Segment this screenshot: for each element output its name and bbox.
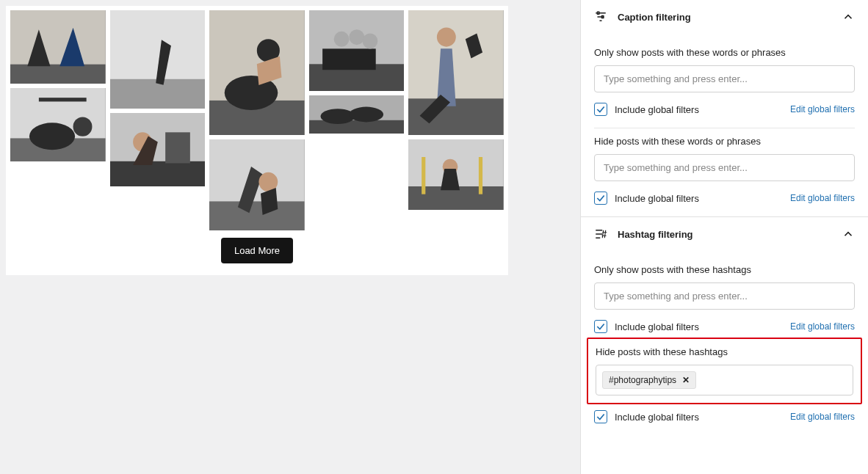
filter-icon — [594, 10, 607, 23]
svg-point-6 — [73, 117, 93, 136]
checkbox-label: Include global filters — [615, 412, 790, 423]
svg-point-32 — [437, 28, 456, 47]
feed-thumb[interactable] — [209, 10, 305, 135]
load-more-button[interactable]: Load More — [221, 238, 293, 263]
hashtag-show-input[interactable] — [594, 282, 855, 310]
svg-rect-12 — [165, 132, 190, 163]
include-global-checkbox[interactable] — [594, 410, 607, 423]
include-global-checkbox[interactable] — [594, 192, 607, 205]
svg-rect-4 — [39, 98, 87, 101]
section-title: Hashtag filtering — [618, 229, 842, 240]
caption-show-input[interactable] — [594, 65, 855, 92]
hashtag-hide-input[interactable]: #photographytips ✕ — [596, 365, 853, 395]
svg-rect-10 — [110, 161, 206, 186]
caption-filtering-body: Only show posts with these words or phra… — [581, 34, 868, 216]
section-title: Caption filtering — [618, 12, 842, 23]
highlight-box: Hide posts with these hashtags #photogra… — [587, 338, 862, 404]
feed-thumb[interactable] — [309, 10, 405, 91]
svg-point-23 — [333, 32, 349, 47]
hashtag-filtering-header[interactable]: Hashtag filtering — [581, 216, 868, 251]
feed-thumb[interactable] — [408, 10, 504, 135]
svg-rect-38 — [598, 12, 599, 14]
svg-point-25 — [362, 33, 377, 48]
svg-point-24 — [349, 29, 364, 45]
feed-thumb[interactable] — [408, 139, 504, 210]
hashtag-filtering-body: Only show posts with these hashtags Incl… — [581, 251, 868, 435]
chip-label: #photographytips — [609, 375, 676, 385]
svg-rect-35 — [422, 157, 426, 194]
field-label: Only show posts with these words or phra… — [594, 47, 855, 58]
feed-thumb[interactable] — [209, 139, 305, 230]
svg-rect-1 — [10, 65, 106, 84]
edit-global-filters-link[interactable]: Edit global filters — [790, 321, 855, 332]
feed-thumb[interactable] — [110, 113, 206, 186]
feed-thumb[interactable] — [110, 10, 206, 109]
edit-global-filters-link[interactable]: Edit global filters — [790, 104, 855, 114]
hashtag-filter-icon — [594, 227, 607, 241]
include-global-checkbox[interactable] — [594, 320, 607, 333]
include-global-checkbox[interactable] — [594, 103, 607, 116]
checkbox-label: Include global filters — [615, 104, 790, 115]
chevron-up-icon — [842, 227, 855, 241]
settings-sidebar: Caption filtering Only show posts with t… — [580, 0, 868, 474]
feed-thumb[interactable] — [309, 95, 405, 134]
checkbox-label: Include global filters — [615, 321, 790, 332]
caption-filtering-header[interactable]: Caption filtering — [581, 0, 868, 34]
edit-global-filters-link[interactable]: Edit global filters — [790, 193, 855, 203]
preview-area: Load More — [0, 0, 580, 474]
field-label: Hide posts with these words or phrases — [594, 136, 855, 147]
svg-point-5 — [29, 123, 75, 150]
field-label: Hide posts with these hashtags — [596, 346, 853, 357]
feed-card: Load More — [6, 6, 508, 275]
feed-masonry — [10, 10, 504, 230]
svg-rect-22 — [322, 48, 376, 70]
feed-thumb[interactable] — [10, 88, 106, 161]
svg-rect-39 — [602, 16, 604, 18]
chip-remove-icon[interactable]: ✕ — [682, 375, 690, 385]
svg-rect-27 — [309, 120, 405, 134]
field-label: Only show posts with these hashtags — [594, 264, 855, 275]
feed-thumb[interactable] — [10, 10, 106, 84]
edit-global-filters-link[interactable]: Edit global filters — [790, 412, 855, 422]
caption-hide-input[interactable] — [594, 154, 855, 181]
svg-rect-36 — [479, 157, 482, 194]
svg-rect-18 — [209, 201, 305, 230]
chevron-up-icon — [842, 10, 855, 23]
svg-point-29 — [349, 107, 383, 123]
hashtag-chip: #photographytips ✕ — [602, 371, 696, 389]
checkbox-label: Include global filters — [615, 193, 790, 204]
